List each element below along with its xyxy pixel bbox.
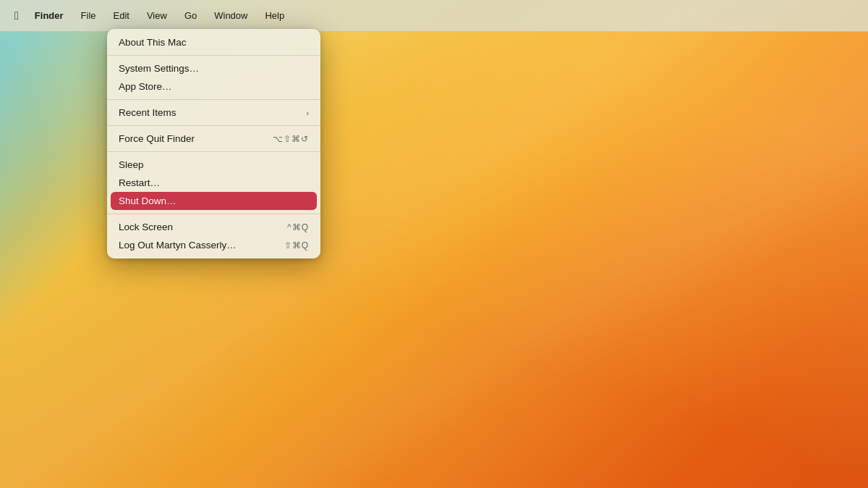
separator-2 [107,99,320,100]
menu-item-lock-screen[interactable]: Lock Screen ^⌘Q [107,218,320,236]
lock-screen-shortcut: ^⌘Q [287,222,309,232]
separator-1 [107,55,320,56]
menu-item-logout-label: Log Out Martyn Casserly… [119,240,284,251]
menu-item-system-settings-label: System Settings… [119,63,309,74]
menubar-go[interactable]: Go [177,7,204,24]
menu-item-recent-items-label: Recent Items [119,107,306,118]
menu-item-force-quit[interactable]: Force Quit Finder ⌥⇧⌘↺ [107,130,320,148]
menu-item-shutdown-label: Shut Down… [119,195,309,206]
menu-item-app-store[interactable]: App Store… [107,77,320,96]
menu-item-sleep-label: Sleep [119,159,309,170]
menu-item-shutdown[interactable]: Shut Down… [111,192,317,210]
menu-item-force-quit-label: Force Quit Finder [119,133,273,144]
menu-item-about-label: About This Mac [119,37,309,48]
force-quit-shortcut: ⌥⇧⌘↺ [273,134,309,144]
menu-item-logout[interactable]: Log Out Martyn Casserly… ⇧⌘Q [107,236,320,254]
menu-item-restart-label: Restart… [119,177,309,188]
logout-shortcut: ⇧⌘Q [284,240,309,251]
menu-item-lock-screen-label: Lock Screen [119,222,287,232]
menu-item-app-store-label: App Store… [119,81,309,92]
menubar-file[interactable]: File [74,7,103,24]
menu-item-restart[interactable]: Restart… [107,174,320,192]
menu-item-about[interactable]: About This Mac [107,33,320,51]
menubar-edit[interactable]: Edit [106,7,137,24]
desktop:  Finder File Edit View Go Window Help A… [0,0,868,488]
apple-menu-button[interactable]:  [9,7,25,25]
separator-5 [107,214,320,214]
menu-item-recent-items[interactable]: Recent Items › [107,104,320,122]
apple-dropdown-menu: About This Mac System Settings… App Stor… [107,29,320,258]
menu-item-sleep[interactable]: Sleep [107,156,320,174]
separator-3 [107,125,320,126]
menubar-view[interactable]: View [140,7,174,24]
menubar-window[interactable]: Window [207,7,255,24]
separator-4 [107,151,320,152]
menubar:  Finder File Edit View Go Window Help [0,0,868,32]
menu-item-system-settings[interactable]: System Settings… [107,59,320,77]
recent-items-arrow-icon: › [306,109,309,117]
menubar-finder[interactable]: Finder [27,7,71,24]
menubar-help[interactable]: Help [258,7,292,24]
